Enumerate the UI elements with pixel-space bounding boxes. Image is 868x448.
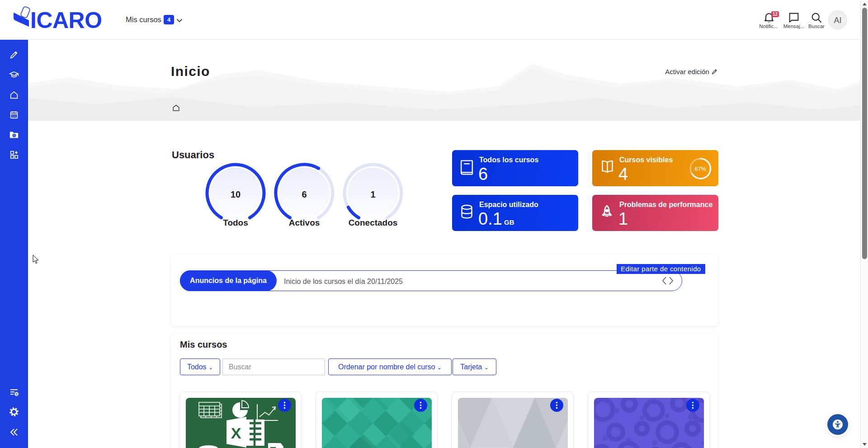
svg-text:X: X: [231, 424, 241, 442]
svg-text:67%: 67%: [694, 166, 706, 172]
svg-text:ICARO: ICARO: [30, 8, 102, 33]
